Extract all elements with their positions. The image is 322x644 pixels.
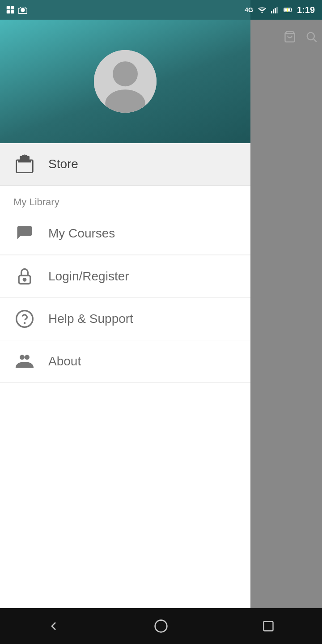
my-courses-label: My Courses [48,226,115,241]
notification-icon [5,5,15,15]
right-topbar: 4G 1:19 [250,0,322,20]
store-menu-item[interactable]: Store [0,143,250,186]
cart-icon[interactable] [284,30,296,43]
right-panel-icons [250,20,322,52]
status-icons-left [5,5,28,15]
help-support-label: Help & Support [48,312,133,326]
svg-point-22 [17,311,33,327]
svg-rect-19 [18,160,31,163]
wifi-icon [258,6,267,13]
home-button[interactable] [148,613,174,640]
login-register-label: Login/Register [48,269,129,284]
svg-point-27 [307,33,314,40]
about-icon [13,350,36,373]
svg-rect-18 [20,156,30,160]
svg-rect-1 [11,6,14,9]
recents-button[interactable] [255,613,282,640]
right-panel-action-icons [255,29,318,43]
lock-icon [13,265,36,288]
about-label: About [48,354,81,369]
svg-rect-3 [11,10,14,13]
help-icon [13,308,36,330]
svg-line-28 [314,39,316,42]
signal-icon [271,6,279,13]
svg-rect-30 [264,622,273,631]
svg-point-29 [155,620,167,632]
svg-point-21 [23,279,26,281]
store-label: Store [48,157,78,171]
svg-rect-0 [7,6,10,9]
svg-rect-7 [271,11,272,13]
svg-rect-9 [275,8,276,13]
svg-rect-2 [7,10,10,13]
svg-rect-10 [276,7,278,13]
search-icon[interactable] [305,30,318,43]
back-button[interactable] [40,613,67,640]
avatar [94,50,157,113]
svg-point-6 [261,12,263,13]
svg-point-15 [113,61,138,86]
my-library-section-label: My Library [0,186,250,212]
login-register-menu-item[interactable]: Login/Register [0,255,250,298]
drawer-header [0,0,250,143]
camera-icon [18,5,28,15]
drawer-panel: Store My Library My Courses Login/Regist… [0,0,250,644]
svg-point-24 [20,355,25,360]
battery-icon [284,6,292,13]
phone-lte-icon: 4G [245,6,253,13]
bottom-nav [0,608,322,644]
store-icon [13,153,36,175]
about-menu-item[interactable]: About [0,340,250,383]
status-bar [0,0,250,20]
courses-icon [13,222,36,245]
svg-rect-8 [273,9,274,13]
svg-point-25 [25,355,30,360]
my-courses-menu-item[interactable]: My Courses [0,212,250,255]
help-support-menu-item[interactable]: Help & Support [0,298,250,340]
right-overlay-panel [250,20,322,628]
time-display: 1:19 [297,5,315,15]
